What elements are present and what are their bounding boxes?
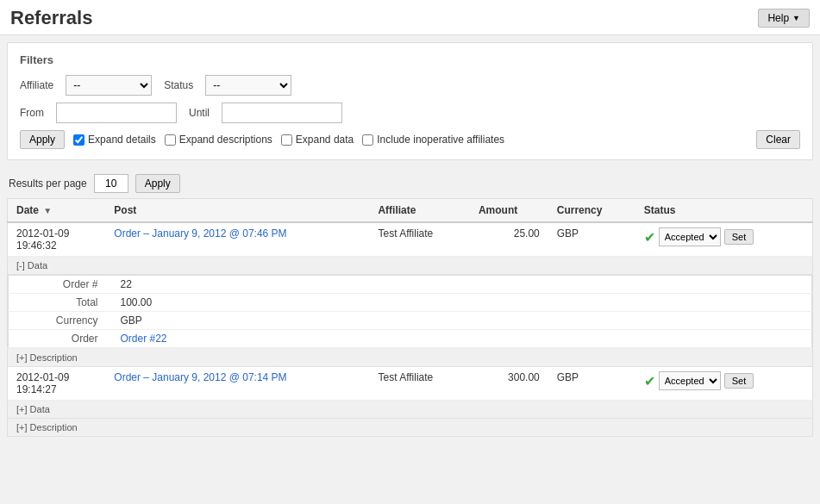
expand-data-checkbox[interactable] xyxy=(281,134,292,146)
referrals-table-wrapper: Date ▼ Post Affiliate Amount Currency St… xyxy=(7,198,813,437)
help-label: Help xyxy=(767,12,789,24)
data-value: 22 xyxy=(112,276,812,294)
post-link[interactable]: Order – January 9, 2012 @ 07:14 PM xyxy=(114,371,286,383)
filter-row-2: From Until xyxy=(20,103,800,123)
filters-section: Filters Affiliate -- Status -- From Unti… xyxy=(7,42,813,160)
cell-amount: 300.00 xyxy=(470,367,548,401)
cell-post: Order – January 9, 2012 @ 07:14 PM xyxy=(105,367,369,401)
data-inner-table: Order #22Total100.00CurrencyGBPOrderOrde… xyxy=(8,275,812,348)
col-currency-label: Currency xyxy=(557,204,603,216)
filter-row-1: Affiliate -- Status -- xyxy=(20,75,800,96)
data-inner-row: OrderOrder #22 xyxy=(9,330,812,348)
filters-apply-button[interactable]: Apply xyxy=(20,130,65,149)
status-dropdown[interactable]: AcceptedPendingRejected xyxy=(659,227,721,246)
cell-currency: GBP xyxy=(548,367,635,401)
per-page-input[interactable] xyxy=(94,174,128,193)
set-status-button[interactable]: Set xyxy=(724,373,754,389)
include-inoperative-checkbox[interactable] xyxy=(362,134,373,146)
expand-data-label: Expand data xyxy=(296,134,354,146)
expand-details-label: Expand details xyxy=(88,134,156,146)
expand-descriptions-checkbox[interactable] xyxy=(165,134,176,146)
results-bar: Results per page Apply xyxy=(0,167,820,198)
desc-toggle-cell[interactable]: [+] Description xyxy=(8,419,813,437)
set-status-button[interactable]: Set xyxy=(724,229,754,245)
data-expanded-cell: Order #22Total100.00CurrencyGBPOrderOrde… xyxy=(8,275,813,349)
col-date[interactable]: Date ▼ xyxy=(8,199,106,223)
data-value: GBP xyxy=(112,312,812,330)
data-value: 100.00 xyxy=(112,294,812,312)
status-check-icon: ✔ xyxy=(644,373,655,389)
cell-post: Order – January 9, 2012 @ 07:46 PM xyxy=(105,222,369,257)
data-value-link[interactable]: Order #22 xyxy=(121,333,167,345)
sort-arrow-icon: ▼ xyxy=(43,206,52,215)
col-post-label: Post xyxy=(114,204,136,216)
cell-status: ✔AcceptedPendingRejectedSet xyxy=(635,222,813,257)
cell-affiliate: Test Affiliate xyxy=(369,222,470,257)
status-select[interactable]: -- xyxy=(205,75,291,96)
expand-details-checkbox[interactable] xyxy=(73,134,85,146)
results-per-page-label: Results per page xyxy=(9,177,87,190)
table-row: 2012-01-09 19:46:32Order – January 9, 20… xyxy=(8,222,813,257)
table-row: 2012-01-09 19:14:27Order – January 9, 20… xyxy=(8,367,813,401)
expand-descriptions-label: Expand descriptions xyxy=(179,134,272,146)
from-label: From xyxy=(20,107,44,119)
data-expanded-row: Order #22Total100.00CurrencyGBPOrderOrde… xyxy=(8,275,813,349)
data-toggle-row[interactable]: [+] Data xyxy=(8,401,813,419)
col-amount-label: Amount xyxy=(479,204,517,216)
data-toggle-cell[interactable]: [-] Data xyxy=(8,257,813,275)
data-value: Order #22 xyxy=(112,330,812,348)
col-amount: Amount xyxy=(470,199,548,223)
data-key: Order # xyxy=(9,276,112,294)
data-key: Total xyxy=(9,294,112,312)
results-apply-button[interactable]: Apply xyxy=(135,174,180,193)
col-status: Status xyxy=(635,199,813,223)
col-affiliate: Affiliate xyxy=(369,199,470,223)
filters-clear-button[interactable]: Clear xyxy=(756,130,800,149)
col-post: Post xyxy=(105,199,369,223)
cell-affiliate: Test Affiliate xyxy=(369,367,470,401)
help-arrow-icon: ▼ xyxy=(792,14,800,22)
data-inner-row: Order #22 xyxy=(9,276,812,294)
status-dropdown[interactable]: AcceptedPendingRejected xyxy=(659,371,721,390)
col-affiliate-label: Affiliate xyxy=(378,204,416,216)
col-status-label: Status xyxy=(644,204,676,216)
cell-amount: 25.00 xyxy=(470,222,548,257)
table-header-row: Date ▼ Post Affiliate Amount Currency St… xyxy=(8,199,813,223)
filter-actions: Apply Expand details Expand descriptions… xyxy=(20,130,800,149)
affiliate-select[interactable]: -- xyxy=(66,75,152,96)
data-inner-row: Total100.00 xyxy=(9,294,812,312)
col-currency: Currency xyxy=(548,199,635,223)
data-key: Currency xyxy=(9,312,112,330)
status-label: Status xyxy=(164,79,193,91)
affiliate-label: Affiliate xyxy=(20,79,53,91)
data-inner-row: CurrencyGBP xyxy=(9,312,812,330)
until-label: Until xyxy=(189,107,210,119)
post-link[interactable]: Order – January 9, 2012 @ 07:46 PM xyxy=(114,227,286,240)
page-header: Referrals Help ▼ xyxy=(0,0,820,35)
cell-date: 2012-01-09 19:14:27 xyxy=(8,367,106,401)
expand-data-group: Expand data xyxy=(281,134,354,146)
from-input[interactable] xyxy=(56,103,177,123)
until-input[interactable] xyxy=(222,103,342,123)
cell-currency: GBP xyxy=(548,222,635,257)
include-inoperative-label: Include inoperative affiliates xyxy=(377,134,504,146)
referrals-table: Date ▼ Post Affiliate Amount Currency St… xyxy=(7,198,813,437)
desc-toggle-cell[interactable]: [+] Description xyxy=(8,349,813,367)
cell-status: ✔AcceptedPendingRejectedSet xyxy=(635,367,813,401)
page-title: Referrals xyxy=(10,7,92,29)
expand-details-group: Expand details xyxy=(73,134,156,146)
expand-descriptions-group: Expand descriptions xyxy=(165,134,272,146)
cell-date: 2012-01-09 19:46:32 xyxy=(8,222,106,257)
desc-toggle-row[interactable]: [+] Description xyxy=(8,349,813,367)
filters-title: Filters xyxy=(20,53,800,66)
data-toggle-row[interactable]: [-] Data xyxy=(8,257,813,275)
help-button[interactable]: Help ▼ xyxy=(758,9,810,28)
include-inoperative-group: Include inoperative affiliates xyxy=(362,134,504,146)
data-toggle-cell[interactable]: [+] Data xyxy=(8,401,813,419)
col-date-label: Date xyxy=(16,204,39,216)
desc-toggle-row[interactable]: [+] Description xyxy=(8,419,813,437)
data-key: Order xyxy=(9,330,112,348)
status-check-icon: ✔ xyxy=(644,229,655,246)
